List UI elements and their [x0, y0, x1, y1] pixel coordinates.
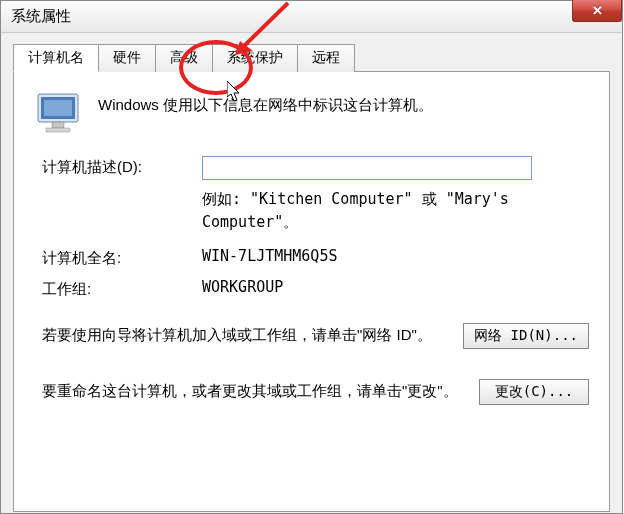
network-id-section: 若要使用向导将计算机加入域或工作组，请单击"网络 ID"。 网络 ID(N)..…	[42, 323, 589, 349]
titlebar: 系统属性 ✕	[1, 1, 622, 33]
fullname-value: WIN-7LJTMHM6Q5S	[202, 247, 589, 265]
workgroup-value: WORKGROUP	[202, 278, 589, 296]
fullname-label: 计算机全名:	[42, 247, 202, 268]
intro-text: Windows 使用以下信息在网络中标识这台计算机。	[98, 90, 433, 115]
change-section: 要重命名这台计算机，或者更改其域或工作组，请单击"更改"。 更改(C)...	[42, 379, 589, 405]
tab-system-protection[interactable]: 系统保护	[212, 44, 298, 72]
tab-panel-computer-name: Windows 使用以下信息在网络中标识这台计算机。 计算机描述(D): 例如:…	[13, 72, 610, 512]
network-id-text: 若要使用向导将计算机加入域或工作组，请单击"网络 ID"。	[42, 323, 451, 347]
form-area: 计算机描述(D): 例如: "Kitchen Computer" 或 "Mary…	[34, 156, 589, 405]
tab-hardware[interactable]: 硬件	[98, 44, 156, 72]
close-icon: ✕	[592, 3, 603, 18]
computer-icon	[34, 90, 84, 138]
close-button[interactable]: ✕	[572, 0, 622, 22]
tab-remote[interactable]: 远程	[297, 44, 355, 72]
svg-rect-4	[46, 128, 70, 132]
intro-row: Windows 使用以下信息在网络中标识这台计算机。	[34, 90, 589, 138]
fullname-row: 计算机全名: WIN-7LJTMHM6Q5S	[42, 247, 589, 268]
content-area: 计算机名 硬件 高级 系统保护 远程 Windows 使用以下信息在网络中标识这…	[1, 33, 622, 513]
change-button[interactable]: 更改(C)...	[479, 379, 589, 405]
svg-rect-2	[44, 100, 72, 116]
tab-bar: 计算机名 硬件 高级 系统保护 远程	[13, 43, 610, 72]
desc-row: 计算机描述(D): 例如: "Kitchen Computer" 或 "Mary…	[42, 156, 589, 233]
desc-example: 例如: "Kitchen Computer" 或 "Mary's Compute…	[202, 188, 589, 233]
svg-rect-3	[52, 122, 64, 128]
desc-input[interactable]	[202, 156, 532, 180]
network-id-button[interactable]: 网络 ID(N)...	[463, 323, 589, 349]
system-properties-window: 系统属性 ✕ 计算机名 硬件 高级 系统保护 远程 Windows 使用以下信息…	[0, 0, 623, 514]
workgroup-label: 工作组:	[42, 278, 202, 299]
window-title: 系统属性	[11, 7, 71, 26]
workgroup-row: 工作组: WORKGROUP	[42, 278, 589, 299]
desc-label: 计算机描述(D):	[42, 156, 202, 177]
change-text: 要重命名这台计算机，或者更改其域或工作组，请单击"更改"。	[42, 379, 467, 403]
tab-advanced[interactable]: 高级	[155, 44, 213, 72]
tab-computer-name[interactable]: 计算机名	[13, 44, 99, 72]
